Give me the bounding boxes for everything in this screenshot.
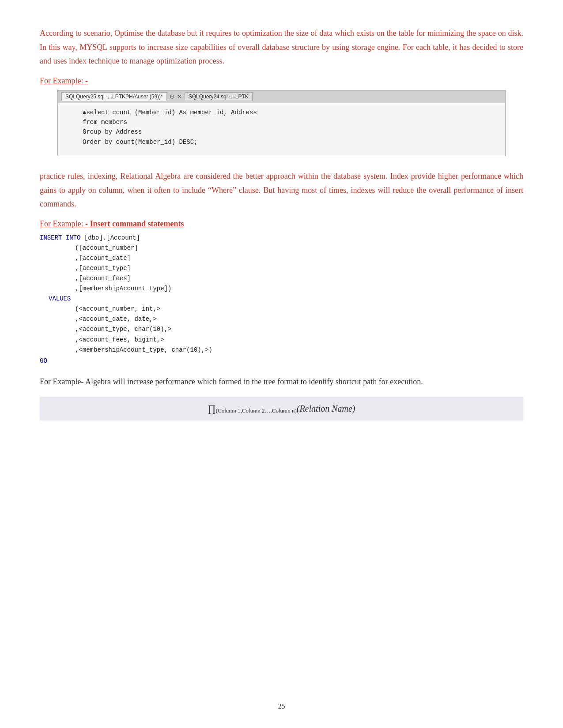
insert-line-3: ,[account_type] xyxy=(40,263,523,274)
paragraph-1: According to scenario, Optimise the data… xyxy=(40,26,523,68)
insert-line-values: VALUES xyxy=(40,294,523,304)
sql-code-content: ⊞select count (Member_id) As member_id, … xyxy=(65,108,498,147)
page-number: 25 xyxy=(0,702,563,710)
insert-line-4: ,[account_fees] xyxy=(40,274,523,284)
pi-subscript: (Column 1,Column 2….Column n) xyxy=(216,407,297,414)
insert-line-6: (<account_number, int,> xyxy=(40,304,523,314)
pi-symbol: ∏ xyxy=(208,403,216,414)
tab-pin-icon: ⊕ xyxy=(170,93,174,100)
sql-tab-active[interactable]: SQLQuery25.sql -...LPTKPHA\user (59))* xyxy=(61,92,167,101)
for-example-label-2-bold: Insert command statements xyxy=(90,219,184,228)
insert-line-7: ,<account_date, date,> xyxy=(40,314,523,324)
pi-relation: (Relation Name) xyxy=(297,404,355,413)
sql-line-2: from members xyxy=(65,119,127,126)
insert-line-2: ,[account_date] xyxy=(40,253,523,263)
insert-code-block: INSERT INTO [dbo].[Account] ([account_nu… xyxy=(40,233,523,366)
paragraph-3: For Example- Algebra will increase perfo… xyxy=(40,375,523,389)
insert-line-0: INSERT INTO [dbo].[Account] xyxy=(40,233,523,243)
paragraph-2: practice rules, indexing, Relational Alg… xyxy=(40,169,523,211)
sql-line-1: ⊞select count (Member_id) As member_id, … xyxy=(65,109,257,116)
sql-line-3: Group by Address xyxy=(65,128,142,135)
insert-line-go: GO xyxy=(40,356,523,366)
for-example-label-1: For Example: - xyxy=(40,76,523,86)
insert-line-8: ,<account_type, char(10),> xyxy=(40,324,523,334)
sql-line-4: Order by count(Member_id) DESC; xyxy=(65,139,197,146)
sql-tab-bar: SQLQuery25.sql -...LPTKPHA\user (59))* ⊕… xyxy=(58,90,505,103)
sql-code-box-1: SQLQuery25.sql -...LPTKPHA\user (59))* ⊕… xyxy=(57,90,506,157)
tab-close-icon: ✕ xyxy=(177,93,182,100)
sql-tab-inactive[interactable]: SQLQuery24.sql -...LPTK xyxy=(185,92,253,101)
insert-line-9: ,<account_fees, bigint,> xyxy=(40,335,523,345)
pi-formula-box: ∏(Column 1,Column 2….Column n)(Relation … xyxy=(40,397,523,420)
insert-line-1: ([account_number] xyxy=(40,243,523,253)
insert-line-5: ,[membershipAccount_type]) xyxy=(40,284,523,294)
insert-line-10: ,<membershipAccount_type, char(10),>) xyxy=(40,345,523,355)
for-example-label-2: For Example: - Insert command statements xyxy=(40,219,523,229)
page: According to scenario, Optimise the data… xyxy=(0,0,563,728)
for-example-label-2-prefix: For Example: - xyxy=(40,219,90,228)
